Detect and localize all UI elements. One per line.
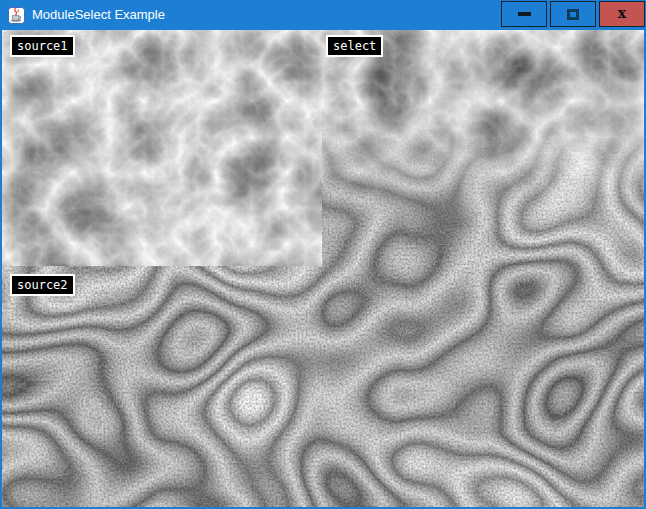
- window-controls: x: [498, 1, 645, 27]
- select-image: [322, 30, 644, 266]
- close-icon: x: [618, 6, 626, 20]
- source2-image: [2, 266, 644, 507]
- maximize-icon: [567, 9, 579, 20]
- app-window: ModuleSelect Example x: [0, 0, 646, 509]
- label-select: select: [326, 35, 383, 57]
- titlebar[interactable]: ModuleSelect Example x: [0, 0, 646, 30]
- java-coffee-cup-icon: [8, 7, 25, 24]
- canvas-area: source1 select source2: [2, 30, 644, 507]
- minimize-icon: [518, 12, 531, 16]
- label-source2: source2: [10, 274, 75, 296]
- label-source1: source1: [10, 35, 75, 57]
- window-title: ModuleSelect Example: [32, 0, 165, 30]
- noise-render: [2, 30, 644, 507]
- minimize-button[interactable]: [501, 1, 547, 27]
- close-button[interactable]: x: [599, 1, 645, 27]
- maximize-button[interactable]: [550, 1, 596, 27]
